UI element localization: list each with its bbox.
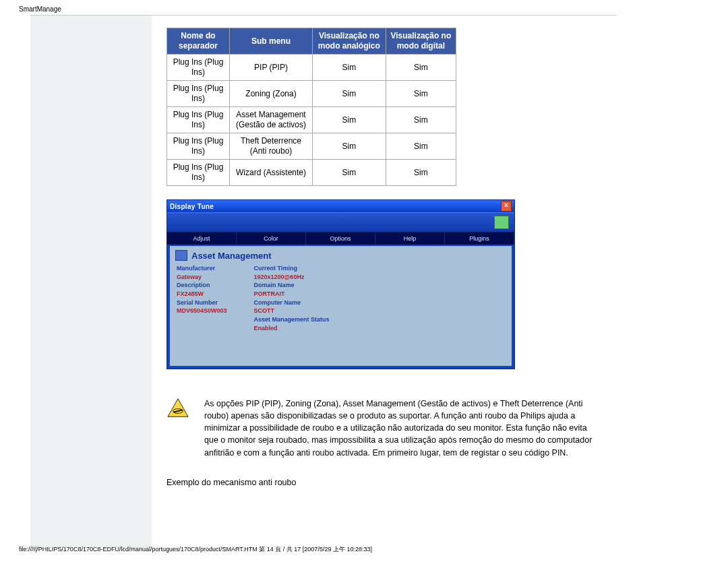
label: Description [177,282,227,290]
label: Asset Management Status [254,316,330,324]
cell: Sim [386,81,456,107]
label: Domain Name [254,282,330,290]
value: SCOTT [254,307,330,315]
tab-bar: Adjust Color Options Help Plugins [167,232,514,245]
note-text: As opções PIP (PIP), Zoning (Zona), Asse… [204,398,602,459]
asset-col-right: Current Timing 1920x1200@60Hz Domain Nam… [254,265,330,333]
cell: Wizard (Assistente) [230,160,313,186]
table-row: Plug Ins (Plug Ins) Asset Management (Ge… [167,107,456,133]
window-toolbar [167,212,514,232]
cell: Plug Ins (Plug Ins) [167,133,230,160]
asset-pane: Asset Management Manufacturer Gateway De… [170,246,512,366]
table-row: Plug Ins (Plug Ins) Wizard (Assistente) … [167,160,456,186]
window-titlebar: Display Tune × [167,200,514,212]
page-body: Nome do separador Sub menu Visualização … [30,15,617,548]
table-row: Plug Ins (Plug Ins) Zoning (Zona) Sim Si… [167,81,456,107]
cell: Plug Ins (Plug Ins) [167,160,230,186]
th-submenu: Sub menu [230,28,313,55]
th-digital: Visualização no modo digital [386,28,456,55]
label: Current Timing [254,265,330,273]
pane-heading: Asset Management [170,246,512,265]
pane-title: Asset Management [191,251,271,261]
value: PORTRAIT [254,290,330,299]
feature-table: Nome do separador Sub menu Visualização … [166,28,456,186]
window-title: Display Tune [170,203,214,210]
table-header-row: Nome do separador Sub menu Visualização … [167,28,456,55]
cell: Asset Management (Gestão de activos) [230,107,313,133]
cell: Sim [313,160,386,186]
cell: Plug Ins (Plug Ins) [167,107,230,133]
tab-adjust[interactable]: Adjust [167,232,237,245]
cell: PIP (PIP) [230,55,313,81]
app-screenshot: Display Tune × Adjust Color Options Help… [166,199,515,369]
cell: Sim [386,55,456,81]
table-row: Plug Ins (Plug Ins) Theft Deterrence (An… [167,133,456,160]
subheading: Exemplo do mecanismo anti roubo [166,478,602,487]
monitor-icon [494,216,509,229]
svg-marker-0 [168,399,188,417]
content: Nome do separador Sub menu Visualização … [152,15,617,487]
label: Serial Number [177,299,227,307]
cell: Theft Deterrence (Anti roubo) [230,133,313,160]
page-footer: file:///I|/PHILIPS/170C8/170C8-EDFU/lcd/… [19,545,372,554]
tab-options[interactable]: Options [306,232,375,245]
cell: Sim [386,133,456,160]
th-analog: Visualização no modo analógico [313,28,386,55]
warning-icon [166,398,189,418]
value: 1920x1200@60Hz [254,274,330,282]
th-separator: Nome do separador [167,28,230,55]
monitor-icon [175,250,187,261]
close-icon[interactable]: × [501,201,512,212]
tab-color[interactable]: Color [237,232,306,245]
cell: Sim [313,133,386,160]
label: Manufacturer [177,265,227,273]
cell: Sim [386,107,456,133]
content-pane: Nome do separador Sub menu Visualização … [152,15,617,548]
table-row: Plug Ins (Plug Ins) PIP (PIP) Sim Sim [167,55,456,81]
cell: Sim [386,160,456,186]
cell: Sim [313,107,386,133]
value: MDV6504S0W003 [177,307,227,315]
tab-plugins[interactable]: Plugins [445,232,514,245]
page-header: SmartManage [19,5,61,13]
value: Gateway [177,274,227,282]
cell: Sim [313,55,386,81]
value: FX2485W [177,290,227,299]
asset-details: Manufacturer Gateway Description FX2485W… [170,265,512,333]
tab-help[interactable]: Help [375,232,445,245]
cell: Sim [313,81,386,107]
asset-col-left: Manufacturer Gateway Description FX2485W… [177,265,227,333]
label: Computer Name [254,299,330,307]
value: Enabled [254,325,330,333]
cell: Plug Ins (Plug Ins) [167,81,230,107]
note-block: As opções PIP (PIP), Zoning (Zona), Asse… [166,398,602,459]
cell: Plug Ins (Plug Ins) [167,55,230,81]
cell: Zoning (Zona) [230,81,313,107]
